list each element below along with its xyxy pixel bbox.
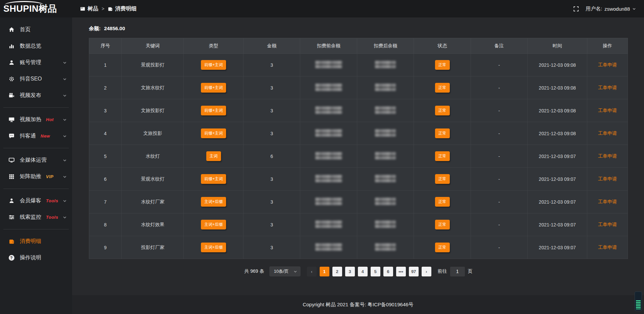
work-order-link[interactable]: 工单申请 [598,245,617,250]
redacted-value [375,152,396,159]
page-button-2[interactable]: 2 [332,267,342,276]
cell-balance-after [357,145,414,168]
work-order-link[interactable]: 工单申请 [598,222,617,227]
member-icon [8,198,15,204]
sidebar-item-7[interactable]: 全媒体运营 [0,152,72,168]
redacted-value [315,106,342,114]
cell-balance-before [300,168,357,191]
page-size-select[interactable]: 10条/页 [269,266,301,276]
sidebar-item-6[interactable]: 抖客通 New [0,128,72,144]
cell-index: 3 [89,99,122,122]
cell-balance-before [300,99,357,122]
work-order-link[interactable]: 工单申请 [598,153,617,159]
sidebar-item-12[interactable]: ? 操作说明 [0,250,72,266]
sidebar-item-2[interactable]: 账号管理 [0,54,72,71]
sidebar-item-11[interactable]: 消费明细 [0,233,72,250]
footer: Copyright 树品 2021 备案号: 粤ICP备09019646号 [72,295,644,314]
table-row: 4 文旅投影 前缀+主词 3 正常 - 2021-12-03 09:08 工单申… [89,122,628,145]
table-row: 1 景观投影灯 前缀+主词 3 正常 - 2021-12-03 09:08 工单… [89,54,628,76]
sidebar-item-5[interactable]: 视频加热 Hot [0,111,72,128]
debug-widget [635,292,642,311]
logo-arc [5,1,44,5]
type-badge: 前缀+主词 [201,128,226,138]
chevron-down-icon [293,270,297,273]
breadcrumb-item-home[interactable]: 树品 [80,5,98,12]
consumption-table: 序号关键词类型金额扣费前余额扣费后余额状态备注时间操作 1 景观投影灯 前缀+主… [89,38,628,259]
sidebar-item-3[interactable]: 抖音SEO [0,71,72,87]
sidebar-item-label: 操作说明 [20,254,41,261]
cell-balance-before [300,191,357,213]
logo: SHUPIN树品 [0,0,72,17]
topbar: 树品 > 消费明细 用户名: zswodun88 [72,0,644,17]
main-content: 余额: 24856.00 序号关键词类型金额扣费前余额扣费后余额状态备注时间操作… [72,17,644,295]
page-button-•••[interactable]: ••• [396,267,406,276]
cell-index: 4 [89,122,122,145]
sidebar-item-label: 视频发布 [20,92,41,99]
work-order-link[interactable]: 工单申请 [598,130,617,136]
cell-remark: - [471,122,527,145]
page-button-4[interactable]: 4 [358,267,368,276]
cell-keyword: 文旅投影 [121,122,184,145]
cell-time: 2021-12-03 09:07 [528,168,587,191]
sidebar-item-label: 会员爆客 [20,197,41,204]
cell-remark: - [471,236,527,259]
sidebar-item-label: 抖音SEO [20,75,42,83]
pagination-pages: 123456•••97 [320,267,419,276]
cell-balance-after [357,236,414,259]
cell-index: 9 [89,236,122,259]
sidebar-item-1[interactable]: 数据总览 [0,38,72,54]
column-header: 操作 [587,38,628,54]
status-badge: 正常 [435,243,450,252]
cell-keyword: 文旅水纹灯 [121,76,184,99]
cell-type: 主词+后缀 [184,236,244,259]
cell-type: 前缀+主词 [184,168,244,191]
cell-keyword: 投影灯厂家 [121,236,184,259]
table-row: 6 景观水纹灯 前缀+主词 3 正常 - 2021-12-03 09:07 工单… [89,168,628,191]
work-order-link[interactable]: 工单申请 [598,176,617,181]
cell-remark: - [471,168,527,191]
cell-time: 2021-12-03 09:07 [528,213,587,236]
user-menu[interactable]: 用户名: zswodun88 [586,6,636,12]
page-button-1[interactable]: 1 [320,267,329,276]
cell-time: 2021-12-03 09:07 [528,191,587,213]
sidebar-item-4[interactable]: 视频发布 [0,87,72,104]
page-button-5[interactable]: 5 [371,267,380,276]
cell-remark: - [471,99,527,122]
work-order-link[interactable]: 工单申请 [598,108,617,113]
work-order-link[interactable]: 工单申请 [598,199,617,204]
page-button-6[interactable]: 6 [383,267,393,276]
cell-time: 2021-12-03 09:08 [528,99,587,122]
page-button-97[interactable]: 97 [409,267,419,276]
work-order-link[interactable]: 工单申请 [598,85,617,90]
cell-balance-after [357,122,414,145]
prev-page-button[interactable]: ‹ [307,267,317,276]
sidebar-item-9[interactable]: 会员爆客 Tools [0,193,72,209]
goto-page-input[interactable] [450,267,465,276]
sidebar-divider [3,107,69,108]
work-order-link[interactable]: 工单申请 [598,62,617,67]
cell-keyword: 水纹灯 [121,145,184,168]
sidebar-item-8[interactable]: 矩阵助推 VIP [0,168,72,185]
breadcrumb-label: 消费明细 [115,5,137,12]
cell-index: 8 [89,213,122,236]
status-badge: 正常 [435,106,450,115]
redacted-value [375,243,396,251]
column-header: 关键词 [121,38,184,54]
balance: 余额: 24856.00 [89,25,628,32]
sidebar-item-0[interactable]: 首页 [0,21,72,38]
type-badge: 前缀+主词 [201,83,226,93]
page-button-3[interactable]: 3 [345,267,355,276]
sidebar-item-10[interactable]: 线索监控 Tools [0,209,72,225]
sidebar-item-badge: Hot [46,117,54,122]
chevron-down-icon [63,94,67,98]
cell-index: 7 [89,191,122,213]
status-badge: 正常 [435,128,450,138]
breadcrumb-item-current[interactable]: 消费明细 [108,5,137,12]
sidebar-divider [3,189,69,189]
fullscreen-icon[interactable] [573,6,579,12]
cell-action: 工单申请 [587,213,628,236]
gear-icon [8,76,15,82]
cell-balance-after [357,54,414,76]
table-row: 5 水纹灯 主词 6 正常 - 2021-12-03 09:07 工单申请 [89,145,628,168]
next-page-button[interactable]: › [422,267,431,276]
